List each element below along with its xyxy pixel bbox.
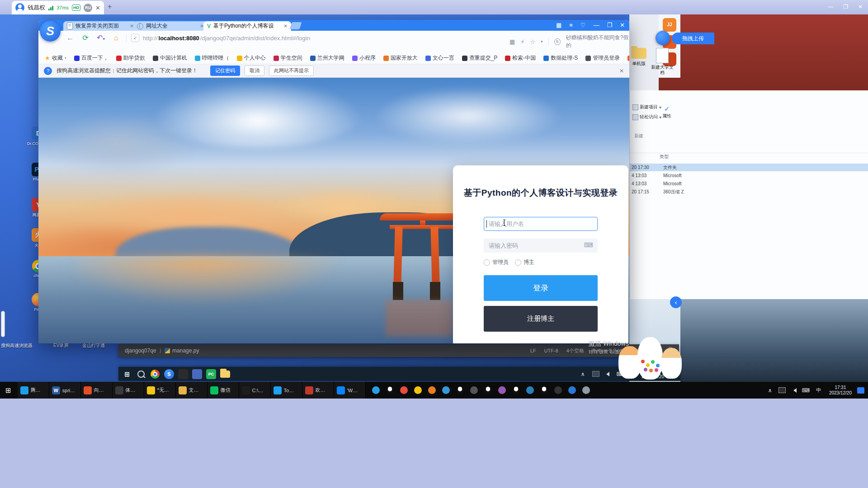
desktop-folder-2[interactable]: 新建大学文档 [650,48,675,75]
keyboard-tray-icon[interactable]: ⌨ [802,387,810,394]
file-row[interactable]: 4 13:03 Microsoft [630,180,868,188]
tray-expand-icon[interactable]: ∧ [581,371,585,377]
bookmark-favorites-root[interactable]: ★收藏▾ [45,54,66,62]
bookmark-item[interactable]: 国家开放大 [383,54,418,62]
bookmark-item[interactable]: 哔哩哔哩（ [195,54,229,62]
penguin-icon[interactable] [540,386,548,394]
remote-app-icon[interactable] [192,369,202,379]
bookmark-item[interactable]: 小程序 [352,54,376,62]
speed-boost-icon[interactable]: ⚡ [520,38,524,45]
ime-indicator[interactable]: 中 [816,387,821,394]
penguin-icon[interactable] [484,386,492,394]
username-input[interactable] [484,217,598,231]
remote-app-icon[interactable] [178,369,188,379]
blogger-radio[interactable] [515,259,521,266]
app-restore-icon[interactable]: ❐ [843,4,848,10]
file-row-selected[interactable]: 20 17:30 文件夹 [630,164,868,171]
taskbar-app[interactable]: *无… [144,382,176,399]
app-minimize-icon[interactable]: — [828,4,833,10]
taskbar-app[interactable]: 向… [81,382,113,399]
hot-search-suggestion[interactable]: 砂糖橘和酸奶不能同食?假的 [566,34,629,49]
password-input[interactable] [484,239,598,253]
remote-sogou-icon[interactable]: S [164,369,174,379]
tray-app-icon[interactable] [470,386,478,394]
admin-radio[interactable] [484,259,490,266]
desktop-folder-1[interactable]: 单机版 [629,48,648,67]
encoding-indicator[interactable]: UTF-8 [544,348,558,353]
tray-app-icon[interactable] [428,386,436,394]
bookmark-item[interactable]: 管理员登录 [585,54,620,62]
back-icon[interactable]: ← [65,34,75,42]
upload-app-icon[interactable] [656,31,670,45]
penguin-icon[interactable] [512,386,520,394]
login-button[interactable]: 登录 [484,275,598,301]
indent-indicator[interactable]: 4个空格 [566,347,584,354]
bookmark-item[interactable]: 中国计算机 [153,54,187,62]
restore-icon[interactable]: ❐ [607,22,612,28]
keyboard-icon[interactable]: ⌨ [584,241,593,249]
cancel-button[interactable]: 取消 [245,66,264,76]
app-close-icon[interactable]: ✕ [858,4,863,10]
remote-start-button[interactable]: ⊞ [122,369,132,379]
chevron-down-icon[interactable]: ▾ [541,39,543,44]
taskbar-app[interactable]: Wspri… [49,382,81,399]
drag-upload-button[interactable]: 拖拽上传 [672,33,714,44]
file-row[interactable]: 4 13:03 Microsoft [630,172,868,179]
browser-tab-navsite[interactable]: 网址大全 ✕ [133,21,208,31]
collapse-panel-button[interactable]: ‹ [670,296,682,308]
session-tab[interactable]: 钱昌权 37ms HD RU ✕ [12,1,104,14]
undo-close-icon[interactable]: ↶▾ [95,33,106,42]
home-icon[interactable]: ⌂ [111,34,122,42]
taskbar-app[interactable]: 'W… [334,382,366,399]
taskbar-app[interactable]: 腾… [18,382,49,399]
tray-app-icon[interactable] [400,386,408,394]
remote-pycharm-icon[interactable]: PC [206,369,216,379]
desktop-label-ev[interactable]: EV录屏 [53,343,68,349]
tray-app-icon[interactable] [582,386,590,394]
register-blogger-button[interactable]: 注册博主 [484,306,598,332]
globe-icon[interactable] [442,386,450,394]
system-clock[interactable]: 17:31 2023/12/20 [829,385,852,396]
bookmark-item[interactable]: Java基础知 [627,54,629,62]
taskbar-app[interactable]: C:\… [239,382,271,399]
volume-tray-icon[interactable] [791,388,797,393]
desktop-label-jinshan[interactable]: 金山打字通 [82,343,105,349]
penguin-icon[interactable] [456,386,464,394]
browser-tab-blog-active[interactable]: V 基于Python的个人博客设 ✕ [203,21,291,31]
tray-app-icon[interactable] [372,386,380,394]
pycharm-file-breadcrumb[interactable]: manage.py [172,347,199,354]
desktop-label-sogou-browser[interactable]: 搜狗高速浏览器 [1,343,33,349]
bookmark-star-icon[interactable]: ☆ [530,38,535,45]
user-initials-badge[interactable]: RU [84,4,92,12]
taskbar-app[interactable]: 微信 [208,382,239,399]
browser-tab-restore[interactable]: 恢复异常关闭页面 ✕ [63,21,137,31]
display-tray-icon[interactable] [778,387,786,393]
bookmark-item[interactable]: 个人中心 [237,54,266,62]
remote-search-icon[interactable] [136,369,146,379]
bookmark-item[interactable]: 文心一言 [425,54,454,62]
tray-app-icon[interactable] [554,386,562,394]
tab-close-icon[interactable]: ✕ [284,23,288,28]
tray-app-icon[interactable] [498,386,506,394]
sogou-logo[interactable]: S [40,21,61,42]
bookmark-item[interactable]: 助学贷款 [116,54,145,62]
bookmark-item[interactable]: 学生空间 [274,54,302,62]
taskbar-app[interactable]: 体… [113,382,144,399]
start-button[interactable]: ⊞ [5,386,11,394]
site-safety-shield-icon[interactable]: ✓ [131,34,139,42]
remote-chrome-icon[interactable] [150,369,160,379]
address-bar[interactable]: ✓ http://localhost:8080/djangoq07qe/admi… [131,34,310,42]
new-session-button[interactable]: + [108,3,112,11]
bookmark-item[interactable]: 查重提交_P [462,54,498,62]
taskbar-app[interactable]: To… [271,382,302,399]
line-ending-indicator[interactable]: LF [530,348,536,353]
easy-access-button[interactable]: 轻松访问 ▾ [632,114,661,120]
penguin-icon[interactable] [386,386,394,394]
minimize-icon[interactable]: — [593,22,599,28]
bookmark-item[interactable]: 检索-中国 [505,54,536,62]
hd-quality-badge[interactable]: HD [72,5,80,11]
jj-icon[interactable]: JJ [663,18,676,32]
remember-password-button[interactable]: 记住密码 [210,66,240,76]
taskbar-app[interactable]: 文… [176,382,208,399]
favorites-icon[interactable]: ♡ [580,22,586,28]
